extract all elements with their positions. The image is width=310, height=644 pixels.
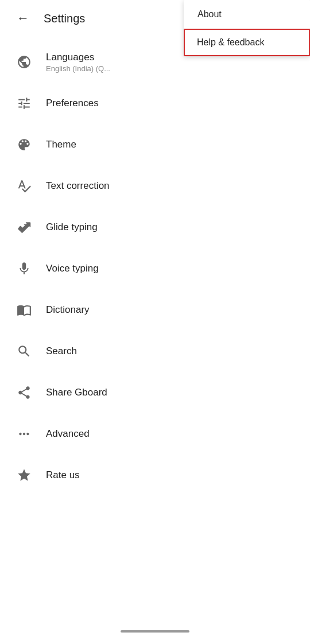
book-icon xyxy=(11,297,37,323)
text-check-icon xyxy=(11,173,37,199)
settings-list: Languages English (India) (Q... Preferen… xyxy=(0,41,310,496)
text-correction-label: Text correction xyxy=(46,180,110,192)
search-label: Search xyxy=(46,346,77,357)
settings-item-theme[interactable]: Theme xyxy=(0,124,310,165)
dropdown-menu: About Help & feedback xyxy=(184,0,310,56)
advanced-text: Advanced xyxy=(46,428,90,440)
search-text: Search xyxy=(46,346,77,357)
dots-icon xyxy=(11,421,37,447)
search-icon xyxy=(11,339,37,364)
dropdown-item-help-feedback[interactable]: Help & feedback xyxy=(184,29,310,56)
settings-item-voice-typing[interactable]: Voice typing xyxy=(0,248,310,289)
rate-us-label: Rate us xyxy=(46,470,80,481)
glide-icon xyxy=(11,215,37,240)
settings-item-glide-typing[interactable]: Glide typing xyxy=(0,207,310,248)
voice-typing-label: Voice typing xyxy=(46,263,99,274)
theme-label: Theme xyxy=(46,139,76,150)
rate-us-text: Rate us xyxy=(46,470,80,481)
languages-sublabel: English (India) (Q... xyxy=(46,64,110,73)
share-gboard-text: Share Gboard xyxy=(46,387,107,398)
palette-icon xyxy=(11,132,37,157)
mic-icon xyxy=(11,256,37,281)
back-button[interactable]: ← xyxy=(11,7,34,30)
languages-label: Languages xyxy=(46,52,110,63)
share-gboard-label: Share Gboard xyxy=(46,387,107,398)
settings-item-dictionary[interactable]: Dictionary xyxy=(0,289,310,331)
star-icon xyxy=(11,463,37,488)
sliders-icon xyxy=(11,91,37,116)
globe-icon xyxy=(11,49,37,75)
text-correction-text: Text correction xyxy=(46,180,110,192)
languages-text: Languages English (India) (Q... xyxy=(46,52,110,73)
advanced-label: Advanced xyxy=(46,428,90,440)
preferences-text: Preferences xyxy=(46,98,99,109)
glide-typing-label: Glide typing xyxy=(46,222,98,233)
settings-item-share-gboard[interactable]: Share Gboard xyxy=(0,372,310,413)
settings-item-rate-us[interactable]: Rate us xyxy=(0,455,310,496)
dictionary-label: Dictionary xyxy=(46,304,90,316)
share-icon xyxy=(11,380,37,405)
back-icon: ← xyxy=(17,11,29,26)
bottom-bar xyxy=(121,630,189,633)
settings-item-advanced[interactable]: Advanced xyxy=(0,413,310,455)
settings-item-preferences[interactable]: Preferences xyxy=(0,83,310,124)
page-title: Settings xyxy=(44,12,85,25)
theme-text: Theme xyxy=(46,139,76,150)
preferences-label: Preferences xyxy=(46,98,99,109)
voice-typing-text: Voice typing xyxy=(46,263,99,274)
glide-typing-text: Glide typing xyxy=(46,222,98,233)
settings-item-text-correction[interactable]: Text correction xyxy=(0,165,310,207)
settings-item-search[interactable]: Search xyxy=(0,331,310,372)
dropdown-item-about[interactable]: About xyxy=(184,0,310,29)
dictionary-text: Dictionary xyxy=(46,304,90,316)
